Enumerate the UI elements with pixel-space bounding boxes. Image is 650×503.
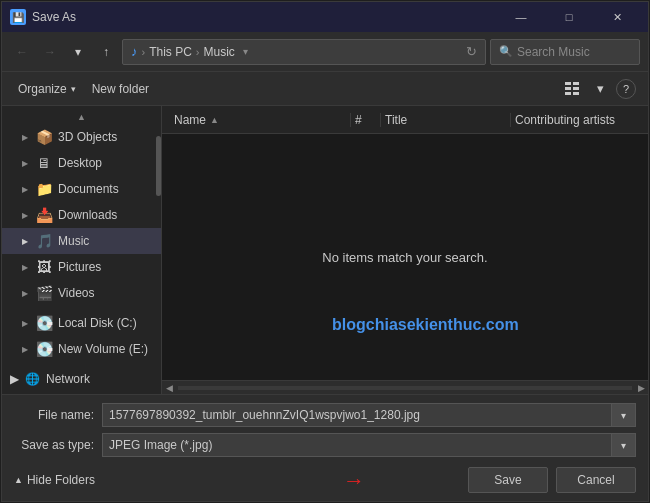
col-title-label: Title [385,113,407,127]
pictures-icon: 🖼 [36,259,52,275]
sidebar-label-downloads: Downloads [58,208,117,222]
sidebar-label-videos: Videos [58,286,94,300]
sidebar-item-music[interactable]: ▶ 🎵 Music [2,228,161,254]
navigation-bar: ← → ▾ ↑ ♪ › 3D Objects This PC › Music ▾… [2,32,648,72]
save-arrow-indicator: → [343,468,365,494]
sidebar-label-pictures: Pictures [58,260,101,274]
downloads-icon: 📥 [36,207,52,223]
scroll-track [178,386,632,390]
sidebar-scrollbar-thumb [156,136,161,196]
organize-chevron-icon: ▾ [71,84,76,94]
up-button[interactable]: ↑ [94,40,118,64]
filename-label: File name: [14,408,94,422]
column-contributing[interactable]: Contributing artists [510,113,640,127]
col-name-sort-icon: ▲ [210,115,219,125]
sidebar-label-documents: Documents [58,182,119,196]
address-bar[interactable]: ♪ › 3D Objects This PC › Music ▾ ↻ [122,39,486,65]
music-icon: 🎵 [36,233,52,249]
forward-button[interactable]: → [38,40,62,64]
filename-wrapper: ▾ [102,403,636,427]
sidebar-item-downloads[interactable]: ▶ 📥 Downloads [2,202,161,228]
cancel-button[interactable]: Cancel [556,467,636,493]
svg-rect-5 [573,92,579,95]
sidebar-item-3d-objects[interactable]: ▶ 📦 3D Objects [2,124,161,150]
col-contributing-label: Contributing artists [515,113,615,127]
search-icon: 🔍 [499,45,513,58]
network-icon: 🌐 [25,372,40,386]
sidebar: ▲ ▶ 📦 3D Objects ▶ 🖥 Desktop ▶ 📁 Documen… [2,106,162,394]
sidebar-label-desktop: Desktop [58,156,102,170]
view-toggle-icon[interactable]: ▾ [588,77,612,101]
toolbar: Organize ▾ New folder ▾ ? [2,72,648,106]
expander-icon: ▶ [22,133,28,142]
sidebar-label-3d-objects: 3D Objects [58,130,117,144]
filename-row: File name: ▾ [14,403,636,427]
filetype-input[interactable] [102,433,612,457]
dialog-title: Save As [32,10,498,24]
path-music-icon: ♪ [131,44,138,59]
local-disk-icon: 💽 [36,315,52,331]
filetype-label: Save as type: [14,438,94,452]
column-num[interactable]: # [350,113,380,127]
sidebar-label-music: Music [58,234,89,248]
expander-icon: ▶ [22,319,28,328]
sidebar-label-local-disk: Local Disk (C:) [58,316,137,330]
bottom-panel: File name: ▾ Save as type: ▾ ▲ Hide Fold… [2,394,648,501]
expander-icon: ▶ [22,263,28,272]
svg-rect-4 [565,92,571,95]
view-button[interactable] [560,77,584,101]
column-name[interactable]: Name ▲ [170,113,350,127]
sidebar-item-pictures[interactable]: ▶ 🖼 Pictures [2,254,161,280]
expander-icon: ▶ [22,211,28,220]
new-folder-button[interactable]: New folder [88,80,153,98]
maximize-button[interactable]: □ [546,2,592,32]
3d-objects-icon: 📦 [36,129,52,145]
filename-dropdown-button[interactable]: ▾ [612,403,636,427]
dialog-icon: 💾 [10,9,26,25]
sidebar-item-local-disk[interactable]: ▶ 💽 Local Disk (C:) [2,310,161,336]
documents-icon: 📁 [36,181,52,197]
help-button[interactable]: ? [616,79,636,99]
sidebar-label-network: Network [46,372,90,386]
organize-button[interactable]: Organize ▾ [14,80,80,98]
sidebar-item-desktop[interactable]: ▶ 🖥 Desktop [2,150,161,176]
desktop-icon: 🖥 [36,155,52,171]
sidebar-item-documents[interactable]: ▶ 📁 Documents [2,176,161,202]
minimize-button[interactable]: — [498,2,544,32]
save-as-dialog: 💾 Save As — □ ✕ ← → ▾ ↑ ♪ › 3D Objects T… [1,1,649,502]
drives-section: ▶ 💽 Local Disk (C:) ▶ 💽 New Volume (E:) [2,310,161,362]
path-separator-1: › [142,46,146,58]
filename-input[interactable] [102,403,612,427]
content-area: Name ▲ # Title Contributing artists No i… [162,106,648,394]
sidebar-item-network[interactable]: ▶ 🌐 Network [2,366,161,392]
horizontal-scrollbar[interactable]: ◀ ▶ [162,380,648,394]
hide-folders-button[interactable]: ▲ Hide Folders [14,473,95,487]
search-box[interactable]: 🔍 Search Music [490,39,640,65]
dropdown-button[interactable]: ▾ [66,40,90,64]
filetype-row: Save as type: ▾ [14,433,636,457]
refresh-button[interactable]: ↻ [466,44,477,59]
close-button[interactable]: ✕ [594,2,640,32]
filetype-dropdown-button[interactable]: ▾ [612,433,636,457]
toolbar-right: ▾ ? [560,77,636,101]
back-button[interactable]: ← [10,40,34,64]
save-button[interactable]: Save [468,467,548,493]
scroll-right-button[interactable]: ▶ [634,381,648,395]
hide-folders-label: Hide Folders [27,473,95,487]
column-title[interactable]: Title [380,113,510,127]
main-area: ▲ ▶ 📦 3D Objects ▶ 🖥 Desktop ▶ 📁 Documen… [2,106,648,394]
sidebar-item-new-volume[interactable]: ▶ 💽 New Volume (E:) [2,336,161,362]
col-num-label: # [355,113,362,127]
search-placeholder: Search Music [517,45,590,59]
col-name-label: Name [174,113,206,127]
expander-icon: ▶ [10,372,19,386]
expander-icon: ▶ [22,237,28,246]
expander-icon: ▶ [22,289,28,298]
sidebar-item-videos[interactable]: ▶ 🎬 Videos [2,280,161,306]
organize-label: Organize [18,82,67,96]
svg-rect-0 [565,82,571,85]
window-controls: — □ ✕ [498,2,640,32]
scroll-left-button[interactable]: ◀ [162,381,176,395]
sidebar-scroll-up[interactable]: ▲ [2,110,161,124]
svg-rect-1 [573,82,579,85]
